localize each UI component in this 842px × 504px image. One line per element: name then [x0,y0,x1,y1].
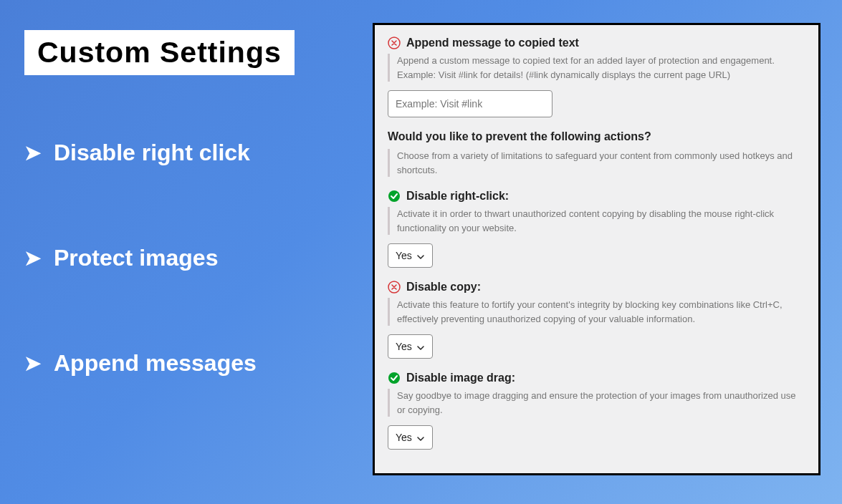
features-list: ➤ Disable right click ➤ Protect images ➤… [24,140,295,377]
setting-header: Append message to copied text [388,37,805,49]
setting-header: Disable right-click: [388,190,805,203]
image-drag-select[interactable]: Yes [388,425,433,450]
setting-description: Activate this feature to fortify your co… [388,298,805,326]
image-drag-section: Disable image drag: Say goodbye to image… [388,372,805,450]
chevron-down-icon [416,342,425,351]
setting-header: Disable image drag: [388,372,805,384]
disable-copy-section: Disable copy: Activate this feature to f… [388,281,805,359]
setting-description: Append a custom message to copied text f… [388,54,805,82]
settings-panel: Append message to copied text Append a c… [373,23,821,475]
setting-description: Activate it in order to thwart unauthori… [388,207,805,235]
arrow-icon: ➤ [24,246,41,270]
feature-item: ➤ Disable right click [24,140,295,166]
left-panel: Custom Settings ➤ Disable right click ➤ … [24,30,295,455]
error-icon [388,37,401,49]
feature-label: Append messages [54,350,257,377]
page-title-box: Custom Settings [24,30,295,75]
page-title: Custom Settings [37,36,282,69]
success-icon [388,372,401,384]
success-icon [388,190,401,203]
svg-point-1 [388,190,400,202]
setting-description: Choose from a variety of limitations to … [388,149,805,177]
feature-label: Protect images [54,245,218,271]
setting-title: Disable right-click: [406,190,509,203]
select-value: Yes [396,250,412,261]
prevent-actions-section: Would you like to prevent the following … [388,130,805,177]
disable-copy-select[interactable]: Yes [388,334,433,359]
setting-header: Disable copy: [388,281,805,294]
append-message-section: Append message to copied text Append a c… [388,37,805,117]
chevron-down-icon [416,251,425,260]
append-message-input[interactable] [388,90,552,117]
svg-point-3 [388,372,400,384]
chevron-down-icon [416,433,425,442]
right-click-section: Disable right-click: Activate it in orde… [388,190,805,268]
feature-item: ➤ Protect images [24,245,295,271]
right-click-select[interactable]: Yes [388,243,433,268]
feature-item: ➤ Append messages [24,350,295,377]
setting-title: Append message to copied text [406,37,579,49]
arrow-icon: ➤ [24,352,41,375]
setting-title: Disable copy: [406,281,481,294]
error-icon [388,281,401,294]
setting-title: Disable image drag: [406,372,515,384]
setting-description: Say goodbye to image dragging and ensure… [388,389,805,417]
select-value: Yes [396,341,412,352]
question-title: Would you like to prevent the following … [388,130,805,143]
arrow-icon: ➤ [24,141,41,165]
select-value: Yes [396,432,412,443]
feature-label: Disable right click [54,140,250,166]
